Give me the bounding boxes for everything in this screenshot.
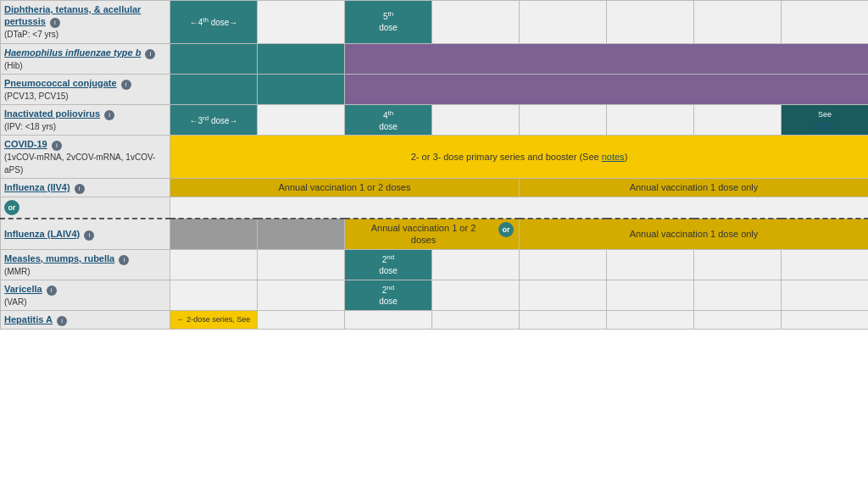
hepa-col5 (520, 311, 607, 330)
mmr-col7 (694, 249, 782, 280)
mmr-dose2-text: 2nddose (379, 255, 398, 275)
covid-sub-label: (1vCOV-mRNA, 2vCOV-mRNA, 1vCOV-aPS) (4, 152, 155, 174)
iiv4-annual-1-text: Annual vaccination 1 dose only (630, 182, 759, 192)
ipv-notes-link[interactable]: notes (815, 120, 834, 129)
hepa-col8 (782, 311, 869, 330)
mmr-sub-label: (MMR) (4, 267, 31, 276)
hib-row: Haemophilus influenzae type b i (Hib) (1, 43, 869, 74)
mmr-vaccine-link[interactable]: Measles, mumps, rubella (4, 253, 114, 263)
iiv4-annual-1: Annual vaccination 1 dose only (520, 179, 869, 197)
laiv4-gray2 (258, 219, 345, 249)
covid-vaccine-link[interactable]: COVID-19 (4, 139, 47, 149)
laiv4-gray1 (170, 219, 258, 249)
dtap-info-icon[interactable]: i (50, 18, 60, 28)
var-col5 (520, 280, 607, 310)
ipv-row: Inactivated poliovirus i (IPV: <18 yrs) … (1, 105, 869, 136)
covid-info-icon[interactable]: i (52, 141, 62, 151)
dtap-dose5: 5thdose (345, 1, 432, 44)
ipv-sub-label: (IPV: <18 yrs) (4, 122, 56, 131)
dtap-col4 (432, 1, 520, 44)
ipv-col2 (258, 105, 345, 136)
varicella-vaccine-link[interactable]: Varicella (4, 284, 42, 294)
pcv-row: Pneumococcal conjugate i (PCV13, PCV15) (1, 74, 869, 104)
or-badge: or (4, 200, 19, 215)
hib-col2 (258, 43, 345, 74)
iiv4-vaccine-link[interactable]: Influenza (IIV4) (4, 182, 70, 192)
mmr-row: Measles, mumps, rubella i (MMR) 2nddose (1, 249, 869, 280)
dtap-sub-label: (DTaP: <7 yrs) (4, 30, 58, 39)
var-col1 (170, 280, 258, 310)
hib-info-icon[interactable]: i (145, 49, 155, 59)
mmr-col5 (520, 249, 607, 280)
hepa-col7 (694, 311, 782, 330)
dtap-dose5-text: 5thdose (379, 12, 398, 32)
dtap-col5 (520, 1, 607, 44)
varicella-sub-label: (VAR) (4, 297, 26, 307)
iiv4-annual-12: Annual vaccination 1 or 2 doses (170, 179, 520, 197)
mmr-dose2: 2nddose (345, 249, 432, 280)
pcv-info-icon[interactable]: i (121, 80, 131, 90)
hib-col1 (170, 43, 258, 74)
ipv-dose4-text: 4thdose (379, 111, 398, 131)
mmr-col2 (258, 249, 345, 280)
ipv-vaccine-cell: Inactivated poliovirus i (IPV: <18 yrs) (1, 105, 170, 136)
covid-notes-link[interactable]: notes (602, 152, 625, 162)
hepa-col3 (345, 311, 432, 330)
laiv4-vaccine-cell: Influenza (LAIV4) i (1, 219, 170, 249)
laiv4-annual-12-text: Annual vaccination 1 or 2doses (371, 223, 476, 245)
mmr-col1 (170, 249, 258, 280)
var-col6 (607, 280, 694, 310)
iiv4-vaccine-cell: Influenza (IIV4) i (1, 179, 170, 197)
var-col8 (782, 280, 869, 310)
covid-series-cell: 2- or 3- dose primary series and booster… (170, 136, 869, 179)
laiv4-annual-12: or Annual vaccination 1 or 2doses (345, 219, 520, 249)
var-col7 (694, 280, 782, 310)
hepa-vaccine-link[interactable]: Hepatitis A (4, 314, 53, 324)
or-spacer (170, 197, 869, 219)
pcv-col2 (258, 74, 345, 104)
iiv4-info-icon[interactable]: i (75, 184, 85, 194)
hib-purple-span (345, 43, 869, 74)
ipv-dose3: ←3rd dose→ (170, 105, 258, 136)
mmr-vaccine-cell: Measles, mumps, rubella i (MMR) (1, 249, 170, 280)
covid-row: COVID-19 i (1vCOV-mRNA, 2vCOV-mRNA, 1vCO… (1, 136, 869, 179)
dtap-col7 (694, 1, 782, 44)
laiv4-info-icon[interactable]: i (84, 230, 94, 241)
pcv-purple-span (345, 74, 869, 104)
hib-vaccine-link[interactable]: Haemophilus influenzae type b (4, 47, 141, 58)
covid-series-text: 2- or 3- dose primary series and booster… (411, 152, 602, 162)
hepa-series: ← 2-dose series, See (170, 311, 258, 330)
var-dose2: 2nddose (345, 280, 432, 310)
hepa-series-text: ← 2-dose series, See (177, 315, 251, 324)
ipv-info-icon[interactable]: i (104, 110, 114, 120)
hepa-info-icon[interactable]: i (57, 316, 67, 326)
pcv-vaccine-cell: Pneumococcal conjugate i (PCV13, PCV15) (1, 74, 170, 104)
ipv-col4 (432, 105, 520, 136)
influenza-laiv4-row: Influenza (LAIV4) i or Annual vaccinatio… (1, 219, 869, 249)
dtap-col8 (782, 1, 869, 44)
var-col2 (258, 280, 345, 310)
hepa-row: Hepatitis A i ← 2-dose series, See (1, 311, 869, 330)
ipv-dose3-text: ←3rd dose→ (189, 116, 237, 125)
ipv-see-text: See (818, 110, 832, 119)
ipv-col5 (520, 105, 607, 136)
ipv-vaccine-link[interactable]: Inactivated poliovirus (4, 108, 100, 119)
pcv-vaccine-link[interactable]: Pneumococcal conjugate (4, 78, 117, 88)
laiv4-vaccine-link[interactable]: Influenza (LAIV4) (4, 229, 80, 239)
hib-vaccine-cell: Haemophilus influenzae type b i (Hib) (1, 43, 170, 74)
mmr-col6 (607, 249, 694, 280)
varicella-vaccine-cell: Varicella i (VAR) (1, 280, 170, 310)
influenza-iiv4-row: Influenza (IIV4) i Annual vaccination 1 … (1, 179, 869, 197)
dtap-dose4-text: ←4th dose→ (190, 18, 238, 27)
pcv-col1 (170, 74, 258, 104)
var-col4 (432, 280, 520, 310)
dtap-vaccine-link[interactable]: Diphtheria, tetanus, & acellular pertuss… (4, 4, 141, 26)
laiv4-or-badge: or (498, 222, 514, 237)
varicella-info-icon[interactable]: i (47, 286, 57, 296)
covid-vaccine-cell: COVID-19 i (1vCOV-mRNA, 2vCOV-mRNA, 1vCO… (1, 136, 170, 179)
dtap-dose4: ←4th dose→ (170, 1, 258, 44)
mmr-info-icon[interactable]: i (119, 255, 129, 265)
hepa-col6 (607, 311, 694, 330)
or-label-cell: or (1, 197, 170, 219)
dtap-col6 (607, 1, 694, 44)
